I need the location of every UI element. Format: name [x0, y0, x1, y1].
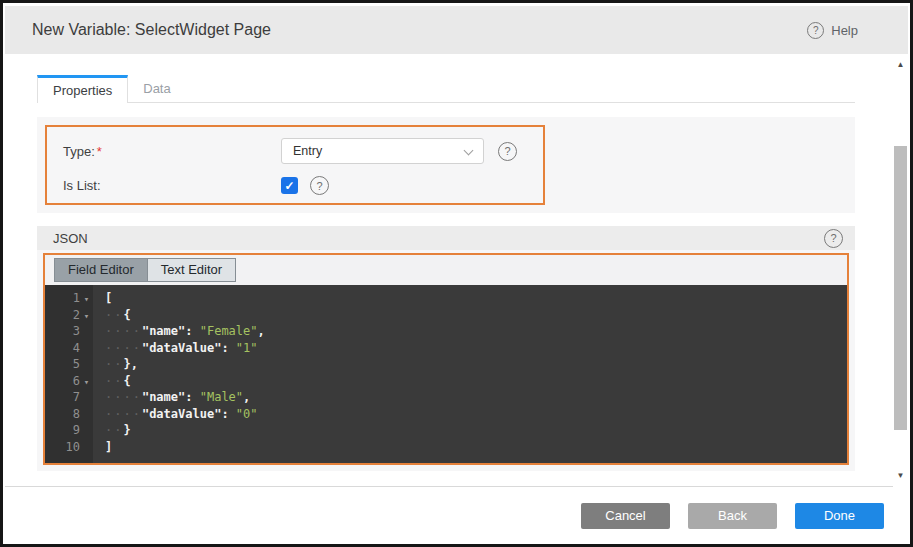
line-number: 4 — [45, 340, 93, 357]
line-number: 7 — [45, 389, 93, 406]
editor-gutter: 1▾2▾3456▾78910 — [45, 285, 93, 463]
json-section: JSON ? Field Editor Text Editor 1▾2▾3456… — [37, 226, 855, 471]
code-line[interactable]: ····"dataValue": "0" — [105, 406, 847, 423]
dialog-header: New Variable: SelectWidget Page ? Help — [5, 6, 908, 54]
line-number: 3 — [45, 323, 93, 340]
json-section-header: JSON ? — [37, 226, 855, 250]
text-editor-tab[interactable]: Text Editor — [147, 259, 235, 281]
type-select-value: Entry — [293, 144, 322, 158]
json-help-icon[interactable]: ? — [824, 229, 843, 248]
line-number: 10 — [45, 439, 93, 456]
required-asterisk: * — [97, 144, 102, 159]
code-line[interactable]: [ — [105, 290, 847, 307]
indent-dots: ·· — [105, 357, 123, 371]
field-editor-tab[interactable]: Field Editor — [55, 259, 147, 281]
code-line[interactable]: ····"name": "Female", — [105, 323, 847, 340]
scroll-down-icon[interactable]: ▼ — [893, 469, 908, 483]
indent-dots: ·· — [105, 308, 123, 322]
json-editor-box: Field Editor Text Editor 1▾2▾3456▾78910 … — [43, 253, 849, 465]
dialog-content: Properties Data Type:* Entry ? Is List: — [5, 54, 908, 487]
scrollbar-thumb[interactable] — [894, 146, 907, 430]
editor-mode-toggle: Field Editor Text Editor — [54, 258, 236, 282]
fold-caret-icon[interactable]: ▾ — [80, 291, 93, 308]
editor-code: [··{····"name": "Female",····"dataValue"… — [93, 285, 847, 463]
code-line[interactable]: ····"name": "Male", — [105, 389, 847, 406]
page-title: New Variable: SelectWidget Page — [32, 21, 271, 39]
dialog-footer: Cancel Back Done — [5, 487, 908, 544]
chevron-down-icon — [464, 146, 474, 156]
help-button[interactable]: ? Help — [807, 22, 858, 39]
indent-dots: ···· — [105, 390, 142, 404]
is-list-label: Is List: — [63, 178, 281, 193]
line-number: 8 — [45, 406, 93, 423]
code-line[interactable]: ··{ — [105, 373, 847, 390]
code-line[interactable]: ] — [105, 439, 847, 456]
is-list-help-icon[interactable]: ? — [310, 176, 329, 195]
back-button[interactable]: Back — [688, 503, 777, 529]
properties-form-section: Type:* Entry ? Is List: ✓ ? — [37, 117, 855, 213]
editor-mode-row: Field Editor Text Editor — [45, 255, 847, 285]
code-line[interactable]: ··{ — [105, 307, 847, 324]
indent-dots: ···· — [105, 407, 142, 421]
dialog-frame: New Variable: SelectWidget Page ? Help P… — [0, 0, 913, 547]
check-icon: ✓ — [284, 179, 294, 193]
fold-caret-icon[interactable]: ▾ — [80, 308, 93, 325]
is-list-row: Is List: ✓ ? — [63, 176, 329, 195]
code-line[interactable]: ··}, — [105, 356, 847, 373]
line-number: 6▾ — [45, 373, 93, 390]
json-code-editor[interactable]: 1▾2▾3456▾78910 [··{····"name": "Female",… — [45, 285, 847, 463]
tab-bar: Properties Data — [37, 75, 855, 103]
line-number: 2▾ — [45, 307, 93, 324]
code-line[interactable]: ····"dataValue": "1" — [105, 340, 847, 357]
type-row: Type:* Entry ? — [63, 138, 517, 164]
done-button[interactable]: Done — [795, 503, 884, 529]
type-select[interactable]: Entry — [281, 138, 484, 164]
is-list-checkbox[interactable]: ✓ — [281, 177, 298, 194]
tab-properties[interactable]: Properties — [37, 75, 128, 103]
help-label: Help — [831, 23, 858, 38]
fold-caret-icon[interactable]: ▾ — [80, 374, 93, 391]
help-icon: ? — [807, 22, 824, 39]
type-help-icon[interactable]: ? — [498, 142, 517, 161]
form-highlight-box: Type:* Entry ? Is List: ✓ ? — [45, 125, 545, 205]
indent-dots: ·· — [105, 423, 123, 437]
json-section-label: JSON — [53, 231, 88, 246]
indent-dots: ···· — [105, 341, 142, 355]
line-number: 5 — [45, 356, 93, 373]
indent-dots: ···· — [105, 324, 142, 338]
indent-dots: ·· — [105, 374, 123, 388]
tab-data[interactable]: Data — [128, 75, 185, 102]
code-line[interactable]: ··} — [105, 422, 847, 439]
line-number: 1▾ — [45, 290, 93, 307]
vertical-scrollbar[interactable]: ▲ ▼ — [893, 54, 908, 487]
cancel-button[interactable]: Cancel — [581, 503, 670, 529]
type-label: Type:* — [63, 144, 281, 159]
scroll-up-icon[interactable]: ▲ — [893, 58, 908, 72]
line-number: 9 — [45, 422, 93, 439]
